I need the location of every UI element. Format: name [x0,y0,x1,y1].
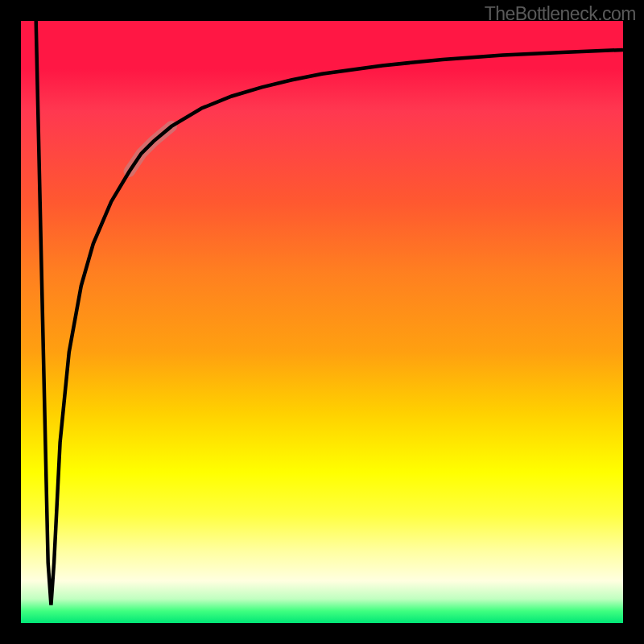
chart-container: TheBottleneck.com [0,0,644,644]
bottleneck-curve [36,21,623,605]
curve-plot [0,0,644,644]
watermark-text: TheBottleneck.com [485,3,636,25]
